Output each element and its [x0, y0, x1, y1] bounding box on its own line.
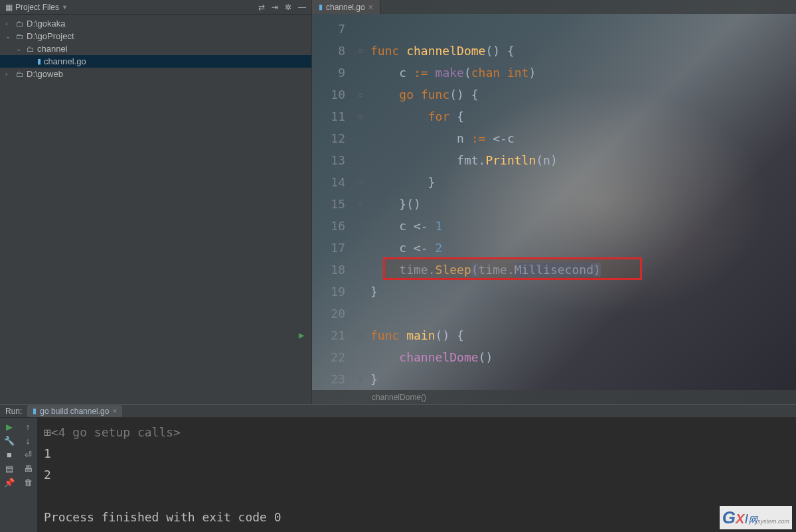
code-line[interactable]: func channelDome() { [368, 40, 796, 62]
run-label: Run: [5, 407, 22, 416]
code-line[interactable]: } [368, 281, 796, 302]
code-line[interactable]: } [368, 368, 796, 390]
run-output[interactable]: ⊞<4 go setup calls> 1 2 Process finished… [37, 418, 796, 532]
collapse-icon[interactable]: ⇥ [272, 3, 278, 12]
tab-label: channel.go [326, 3, 365, 12]
chevron-icon[interactable]: ⌄ [5, 33, 13, 40]
tree-label: D:\gokaka [27, 19, 66, 29]
editor-tabs: ▮ channel.go × [312, 0, 796, 14]
hide-icon[interactable]: — [298, 3, 306, 12]
expand-icon[interactable]: ⊞ [44, 425, 51, 439]
close-icon[interactable]: × [368, 3, 373, 12]
highlight-box [383, 257, 642, 280]
tree-folder[interactable]: ⌄🗀D:\goProject [0, 30, 311, 42]
editor-area: ▮ channel.go × 7891011121314151617181920… [312, 0, 796, 404]
code-line[interactable]: go func() { [368, 84, 796, 105]
run-panel: Run: ▮ go build channel.go × ▶ 🔧 ■ ▤ 📌 ↑… [0, 404, 796, 532]
tree-folder[interactable]: ›🗀D:\goweb [0, 68, 311, 80]
folder-icon: 🗀 [27, 44, 35, 54]
code-line[interactable]: c <- 1 [368, 215, 796, 237]
code-line[interactable]: c <- 2 [368, 237, 796, 259]
wrap-icon[interactable]: ⏎ [25, 450, 32, 460]
scroll-from-source-icon[interactable]: ⇄ [258, 3, 265, 12]
stop-icon[interactable]: ■ [7, 450, 12, 460]
settings-icon[interactable]: ✲ [285, 3, 291, 12]
project-icon: ▦ [5, 3, 13, 12]
tree-label: channel [37, 44, 68, 54]
print-icon[interactable]: 🖶 [24, 464, 33, 474]
tree-folder[interactable]: ⌄🗀channel [0, 42, 311, 55]
sidebar-header: ▦ Project Files ▼ ⇄ ⇥ ✲ — [0, 0, 311, 15]
code-line[interactable]: for { [368, 105, 796, 127]
project-sidebar: ▦ Project Files ▼ ⇄ ⇥ ✲ — ›🗀D:\gokaka⌄🗀D… [0, 0, 312, 404]
fold-column[interactable]: ⊟⊟⊟⊡⊡⊡⊟⊡ [353, 18, 368, 390]
code-editor[interactable]: 7891011121314151617181920▶212223 ⊟⊟⊟⊡⊡⊡⊟… [312, 14, 796, 390]
trash-icon[interactable]: 🗑 [24, 478, 33, 488]
code-line[interactable] [368, 302, 796, 324]
run-header: Run: ▮ go build channel.go × [0, 405, 796, 418]
chevron-icon[interactable]: › [5, 70, 13, 78]
code-line[interactable]: time.Sleep(time.Millisecond) [368, 259, 796, 281]
folder-icon: 🗀 [16, 70, 24, 79]
tree-folder[interactable]: ›🗀D:\gokaka [0, 17, 311, 30]
layout-icon[interactable]: ▤ [5, 464, 13, 474]
run-toolbar-left: ▶ 🔧 ■ ▤ 📌 [0, 418, 19, 532]
code-line[interactable]: fmt.Println(n) [368, 149, 796, 171]
up-icon[interactable]: ↑ [26, 422, 31, 432]
go-file-icon: ▮ [319, 3, 323, 11]
dropdown-icon[interactable]: ▼ [62, 4, 68, 11]
wrench-icon[interactable]: 🔧 [4, 436, 15, 446]
run-tab[interactable]: ▮ go build channel.go × [27, 405, 122, 417]
tab-channel-go[interactable]: ▮ channel.go × [312, 0, 380, 14]
down-icon[interactable]: ↓ [26, 436, 31, 446]
close-icon[interactable]: × [112, 407, 117, 416]
tree-label: D:\goweb [27, 69, 63, 79]
code-content[interactable]: func channelDome() { c := make(chan int)… [368, 18, 796, 390]
sidebar-title-text: Project Files [15, 3, 59, 12]
run-toolbar-left2: ↑ ↓ ⏎ 🖶 🗑 [19, 418, 37, 532]
run-gutter-icon[interactable]: ▶ [299, 324, 304, 346]
code-line[interactable] [368, 18, 796, 40]
folder-icon: 🗀 [16, 32, 24, 41]
watermark: GXI网 system.com [720, 506, 792, 529]
go-file-icon: ▮ [33, 407, 37, 415]
project-tree[interactable]: ›🗀D:\gokaka⌄🗀D:\goProject⌄🗀channel▮chann… [0, 15, 311, 83]
go-file-icon: ▮ [37, 57, 41, 66]
rerun-icon[interactable]: ▶ [6, 422, 13, 432]
pin-icon[interactable]: 📌 [4, 478, 15, 488]
code-line[interactable]: n := <-c [368, 127, 796, 149]
tree-file[interactable]: ▮channel.go [0, 55, 311, 68]
tree-label: channel.go [44, 56, 86, 66]
folder-icon: 🗀 [16, 19, 24, 29]
code-line[interactable]: }() [368, 193, 796, 215]
chevron-icon[interactable]: ⌄ [16, 45, 24, 52]
line-gutter: 7891011121314151617181920▶212223 [312, 18, 353, 390]
breadcrumb[interactable]: channelDome() [312, 390, 796, 404]
code-line[interactable]: channelDome() [368, 346, 796, 368]
code-line[interactable]: func main() { [368, 324, 796, 346]
code-line[interactable]: } [368, 171, 796, 193]
code-line[interactable]: c := make(chan int) [368, 62, 796, 84]
tree-label: D:\goProject [27, 31, 74, 41]
chevron-icon[interactable]: › [5, 20, 13, 27]
